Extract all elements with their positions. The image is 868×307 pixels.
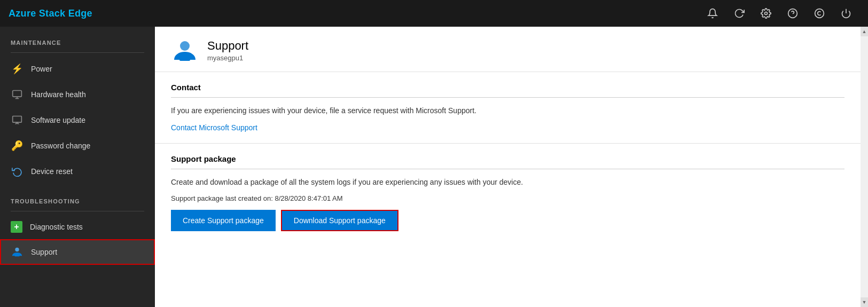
power-icon: ⚡ (11, 62, 24, 75)
power-icon[interactable] (833, 0, 859, 27)
maintenance-section-label: MAINTENANCE (0, 32, 155, 50)
troubleshooting-section-label: TROUBLESHOOTING (0, 191, 155, 209)
scroll-down-arrow[interactable]: ▼ (861, 297, 868, 307)
contact-section: Contact If you are experiencing issues w… (155, 72, 861, 144)
maintenance-divider (11, 52, 144, 53)
reset-icon (11, 165, 24, 178)
support-package-meta: Support package last created on: 8/28/20… (171, 194, 844, 202)
create-support-package-button[interactable]: Create Support package (171, 210, 276, 231)
support-package-description: Create and download a package of all the… (171, 177, 844, 188)
support-person-icon (11, 246, 24, 258)
page-icon (171, 36, 199, 64)
sidebar-item-diagnostic-tests[interactable]: + Diagnostic tests (0, 215, 155, 239)
contact-section-title: Contact (171, 83, 844, 92)
help-icon[interactable] (779, 0, 806, 27)
svg-rect-8 (13, 116, 22, 123)
svg-rect-5 (13, 91, 22, 97)
svg-point-12 (180, 41, 190, 51)
sidebar-item-support[interactable]: Support (0, 239, 155, 265)
download-support-package-button[interactable]: Download Support package (281, 210, 398, 231)
contact-microsoft-support-link[interactable]: Contact Microsoft Support (171, 123, 257, 132)
software-icon (11, 114, 24, 127)
sidebar-item-password-change[interactable]: 🔑 Password change (0, 133, 155, 159)
sidebar-item-software-label: Software update (31, 116, 85, 124)
svg-point-10 (15, 248, 19, 251)
sidebar-item-password-label: Password change (31, 141, 90, 150)
diagnostic-icon: + (11, 221, 22, 233)
sidebar-item-hardware-label: Hardware health (31, 90, 86, 99)
sidebar-item-hardware-health[interactable]: Hardware health (0, 82, 155, 107)
contact-divider (171, 97, 844, 98)
refresh-icon[interactable] (726, 0, 753, 27)
sidebar-item-power[interactable]: ⚡ Power (0, 56, 155, 82)
troubleshooting-divider (11, 211, 144, 211)
svg-rect-11 (14, 255, 19, 257)
app-title: Azure Stack Edge (9, 8, 92, 19)
copyright-icon[interactable] (806, 0, 833, 27)
scroll-up-arrow[interactable]: ▲ (861, 27, 868, 36)
sidebar-item-diagnostic-label: Diagnostic tests (30, 223, 83, 231)
support-package-section: Support package Create and download a pa… (155, 144, 861, 242)
support-package-title: Support package (171, 154, 844, 163)
sidebar-item-software-update[interactable]: Software update (0, 107, 155, 133)
page-subtitle: myasegpu1 (207, 54, 248, 62)
support-package-buttons: Create Support package Download Support … (171, 210, 844, 231)
scrollbar[interactable]: ▲ ▼ (861, 27, 868, 307)
bell-icon[interactable] (699, 0, 726, 27)
sidebar-item-support-label: Support (31, 248, 57, 256)
topbar: Azure Stack Edge (0, 0, 868, 27)
sidebar: MAINTENANCE ⚡ Power Hardware health (0, 27, 155, 307)
settings-icon[interactable] (753, 0, 779, 27)
sidebar-item-reset-label: Device reset (31, 167, 73, 176)
page-header-text: Support myasegpu1 (207, 39, 248, 62)
sidebar-item-power-label: Power (31, 65, 52, 73)
topbar-icons (699, 0, 859, 27)
page-title: Support (207, 39, 248, 53)
hardware-icon (11, 88, 24, 101)
svg-point-3 (815, 9, 824, 18)
page-header: Support myasegpu1 (155, 27, 861, 72)
svg-rect-13 (179, 57, 190, 61)
key-icon: 🔑 (11, 139, 24, 152)
content-area: Support myasegpu1 Contact If you are exp… (155, 27, 861, 307)
contact-description: If you are experiencing issues with your… (171, 105, 844, 116)
svg-point-0 (765, 12, 768, 15)
main-container: MAINTENANCE ⚡ Power Hardware health (0, 27, 868, 307)
sidebar-item-device-reset[interactable]: Device reset (0, 159, 155, 184)
support-package-divider (171, 169, 844, 169)
